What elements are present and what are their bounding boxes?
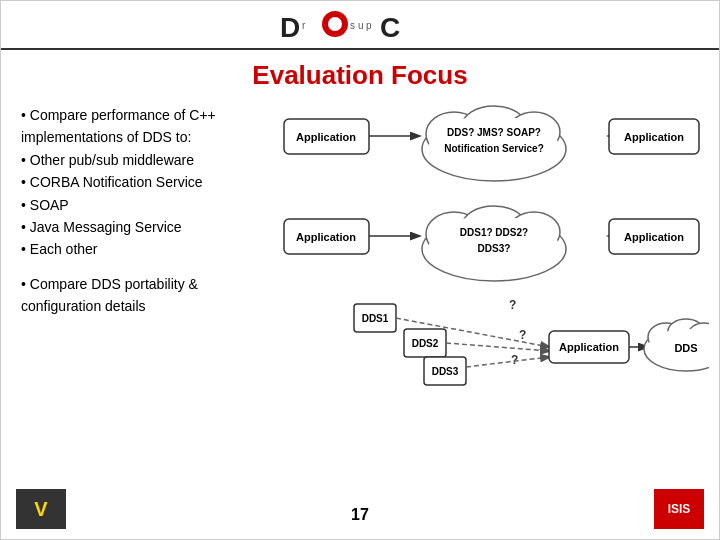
sub-bullet-2: Each other	[21, 238, 269, 260]
slide: D r s u p C Evaluation Focus	[0, 0, 720, 540]
svg-text:Application: Application	[624, 231, 684, 243]
svg-text:DDS? JMS? SOAP?: DDS? JMS? SOAP?	[447, 127, 541, 138]
bullet-2: Compare DDS portability & configuration …	[21, 273, 269, 318]
sub-sub-bullet-3: Java Messaging Service	[21, 216, 269, 238]
svg-line-49	[466, 357, 549, 367]
svg-text:DDS2: DDS2	[412, 338, 439, 349]
svg-text:D: D	[280, 12, 300, 43]
sub-bullet-1: Other pub/sub middleware CORBA Notificat…	[21, 149, 269, 239]
header: D r s u p C	[1, 1, 719, 50]
footer: V ISIS	[1, 489, 719, 529]
svg-text:?: ?	[519, 328, 526, 342]
svg-text:C: C	[380, 12, 400, 43]
left-panel: Compare performance of C++ implementatio…	[11, 99, 279, 399]
svg-text:DDS3?: DDS3?	[478, 243, 511, 254]
svg-text:DDS3: DDS3	[432, 366, 459, 377]
vanderbilt-logo: V	[16, 489, 66, 529]
right-panel: Application DDS? JMS? SOAP? Notific	[279, 99, 709, 399]
svg-text:DDS1: DDS1	[362, 313, 389, 324]
svg-text:Application: Application	[296, 231, 356, 243]
sub-sub-bullet-1: CORBA Notification Service	[21, 171, 269, 193]
diagram-svg: Application DDS? JMS? SOAP? Notific	[279, 99, 709, 409]
svg-text:Notification Service?: Notification Service?	[444, 143, 543, 154]
svg-text:?: ?	[511, 353, 518, 367]
page-title: Evaluation Focus	[1, 50, 719, 99]
svg-text:r: r	[302, 20, 306, 31]
svg-text:u: u	[358, 20, 364, 31]
svg-text:DDS1?   DDS2?: DDS1? DDS2?	[460, 227, 528, 238]
svg-text:?: ?	[509, 298, 516, 312]
main-content: Compare performance of C++ implementatio…	[1, 99, 719, 399]
svg-text:DDS: DDS	[674, 342, 697, 354]
svg-text:s: s	[350, 20, 355, 31]
logo: D r s u p C	[280, 9, 440, 44]
svg-text:Application: Application	[296, 131, 356, 143]
sub-sub-bullet-2: SOAP	[21, 194, 269, 216]
isis-logo: ISIS	[654, 489, 704, 529]
svg-text:p: p	[366, 20, 372, 31]
svg-text:Application: Application	[559, 341, 619, 353]
bullet-1: Compare performance of C++ implementatio…	[21, 104, 269, 261]
svg-point-3	[328, 17, 342, 31]
svg-text:Application: Application	[624, 131, 684, 143]
